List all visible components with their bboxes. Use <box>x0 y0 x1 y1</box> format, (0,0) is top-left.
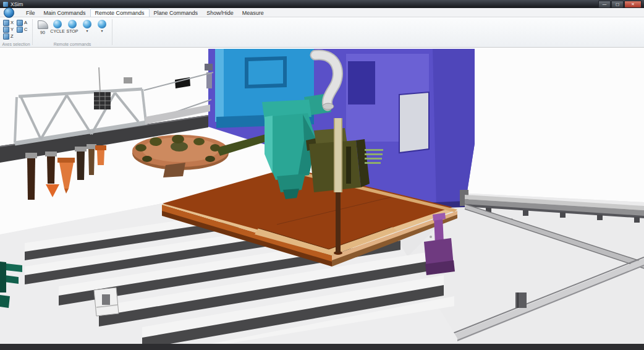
tab-measure[interactable]: Measure <box>238 9 268 17</box>
axis-cube-icon <box>3 27 9 33</box>
xsim-window: XSim — ▢ ✕ File Main Commands Remote Com… <box>0 0 644 350</box>
axes-group-label: Axes selection <box>0 42 32 46</box>
axis-toggle-z[interactable]: Z <box>3 33 17 40</box>
dropdown-arrow-icon: ▾ <box>86 29 88 33</box>
axes-selection-group: X A Y C Z Axes selection <box>0 17 32 47</box>
remote-command-button-4[interactable]: ▾ <box>80 19 95 35</box>
axis-cube-icon <box>17 27 23 33</box>
rotate-90-icon <box>38 20 48 29</box>
axis-toggle-y[interactable]: Y <box>3 26 17 33</box>
bottom-frame-strip <box>0 344 644 350</box>
group-separator <box>112 19 112 45</box>
close-button[interactable]: ✕ <box>624 1 642 8</box>
tab-show-hide[interactable]: Show/Hide <box>202 9 238 17</box>
tab-remote-commands[interactable]: Remote Commands <box>90 9 150 17</box>
application-menu-button[interactable] <box>4 7 14 18</box>
tab-main-commands[interactable]: Main Commands <box>40 9 90 17</box>
titlebar: XSim — ▢ ✕ <box>0 0 644 8</box>
viewport[interactable] <box>0 48 644 350</box>
bed-stop <box>94 288 119 316</box>
minimize-button[interactable]: — <box>598 1 611 8</box>
remote-command-button-5[interactable]: ▾ <box>95 19 109 35</box>
3d-viewport[interactable] <box>0 48 644 350</box>
rotate-90-button[interactable]: 90 <box>35 19 50 35</box>
remote-orb-icon <box>68 20 77 28</box>
tab-file[interactable]: File <box>22 9 40 17</box>
remote-orb-icon <box>83 20 91 28</box>
remote-commands-group: 90 CYCLE STOP ▾ ▾ Remo <box>33 17 112 47</box>
stop-button[interactable]: STOP <box>65 19 80 35</box>
window-title: XSim <box>11 1 23 7</box>
axis-cube-icon <box>3 33 9 40</box>
remote-group-label: Remote commands <box>33 42 112 46</box>
axis-toggle-a[interactable]: A <box>17 19 30 26</box>
dropdown-arrow-icon: ▾ <box>101 29 103 33</box>
axis-cube-icon <box>17 20 23 26</box>
maximize-button[interactable]: ▢ <box>611 1 624 8</box>
app-icon <box>3 2 8 7</box>
tab-plane-commands[interactable]: Plane Commands <box>150 9 203 17</box>
axis-toggle-c[interactable]: C <box>17 26 30 33</box>
axis-toggle-x[interactable]: X <box>3 19 17 26</box>
cycle-button[interactable]: CYCLE <box>50 19 65 35</box>
remote-orb-icon <box>53 20 62 28</box>
window-controls: — ▢ ✕ <box>598 1 642 8</box>
ribbon: X A Y C Z Axes selection 90 CYCLE <box>0 17 644 48</box>
axis-cube-icon <box>3 20 9 26</box>
ribbon-tab-bar: File Main Commands Remote Commands Plane… <box>0 8 644 17</box>
remote-orb-icon <box>98 20 106 28</box>
